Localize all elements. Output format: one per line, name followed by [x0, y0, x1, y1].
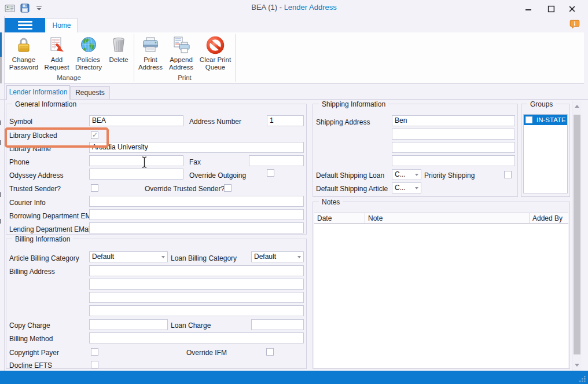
dropdown-value: Default	[254, 253, 276, 261]
docline-efts-label: Docline EFTS	[9, 361, 52, 370]
default-shipping-loan-dropdown[interactable]: C...	[392, 169, 421, 180]
vertical-scrollbar[interactable]	[572, 101, 582, 371]
loan-charge-field[interactable]	[251, 319, 304, 330]
ribbon-tab-home[interactable]: Home	[46, 18, 78, 33]
chevron-down-icon	[161, 256, 165, 258]
resize-grip-icon[interactable]	[578, 375, 586, 383]
trash-icon	[109, 36, 128, 54]
policies-directory-button[interactable]: Policies Directory	[72, 33, 105, 71]
prohibited-icon	[206, 36, 225, 54]
ribbon-group-print: Print Address Append Address	[136, 33, 233, 83]
shipping-address-line2-field[interactable]	[392, 129, 515, 140]
billing-address-line3-field[interactable]	[89, 292, 304, 303]
default-shipping-article-label: Default Shipping Article	[316, 185, 388, 193]
notes-column-added-by[interactable]: Added By	[530, 213, 568, 223]
maximize-button[interactable]	[545, 4, 557, 13]
loan-billing-category-label: Loan Billing Category	[171, 254, 237, 262]
minimize-icon	[525, 5, 532, 12]
group-item-label: IN-STATE	[536, 116, 566, 123]
tab-strip-line	[0, 99, 588, 100]
scroll-down-arrow-icon[interactable]	[575, 364, 579, 367]
article-billing-category-dropdown[interactable]: Default	[89, 251, 168, 262]
phone-field[interactable]	[89, 155, 183, 166]
notes-column-date[interactable]: Date	[314, 213, 365, 223]
docline-efts-checkbox[interactable]	[91, 361, 98, 368]
address-number-field[interactable]: 1	[267, 115, 304, 126]
help-bubble-icon[interactable]	[569, 19, 580, 30]
borrowing-email-label: Borrowing Department EMail	[9, 212, 98, 220]
qat-dropdown-arrow-icon[interactable]	[36, 6, 42, 11]
copyright-payer-checkbox[interactable]	[91, 348, 98, 356]
groupbox-caption: General Information	[12, 100, 79, 108]
add-request-button[interactable]: Add Request	[42, 33, 72, 71]
button-label: Clear Print Queue	[200, 56, 231, 71]
symbol-field[interactable]: BEA	[89, 115, 183, 126]
ribbon-group-manage: Change Password Add Request	[6, 33, 132, 83]
library-name-field[interactable]: Arcadia University	[89, 142, 304, 153]
clear-print-queue-button[interactable]: Clear Print Queue	[197, 33, 233, 71]
append-printer-icon	[172, 36, 190, 54]
background-window-artifact	[0, 57, 2, 83]
phone-label: Phone	[9, 158, 30, 166]
button-label: Print Address	[138, 56, 163, 71]
default-shipping-loan-label: Default Shipping Loan	[316, 171, 384, 180]
override-trusted-sender-label: Override Trusted Sender?	[145, 185, 225, 193]
groupbox-caption: Billing Information	[12, 235, 73, 243]
notes-table-body[interactable]	[314, 224, 568, 368]
close-button[interactable]	[565, 4, 578, 13]
shipping-address-label: Shipping Address	[316, 118, 370, 126]
override-outgoing-checkbox[interactable]	[267, 169, 274, 177]
copy-charge-field[interactable]	[89, 319, 168, 330]
copyright-payer-label: Copyright Payer	[9, 349, 59, 357]
trusted-sender-checkbox[interactable]	[91, 184, 98, 192]
shipping-address-line4-field[interactable]	[392, 155, 515, 166]
window-title: BEA (1) - Lender Address	[0, 0, 588, 16]
groups-listbox[interactable]: IN-STATE	[523, 114, 568, 193]
print-address-button[interactable]: Print Address	[136, 33, 165, 71]
change-password-button[interactable]: Change Password	[6, 33, 42, 71]
billing-method-label: Billing Method	[9, 335, 53, 343]
group-list-item-in-state[interactable]: IN-STATE	[524, 115, 567, 125]
scroll-up-arrow-icon[interactable]	[575, 105, 579, 108]
lender-address-window: BEA (1) - Lender Address Home	[0, 0, 588, 384]
billing-address-line1-field[interactable]	[89, 265, 304, 276]
billing-address-line4-field[interactable]	[89, 305, 304, 316]
loan-billing-category-dropdown[interactable]: Default	[251, 251, 304, 262]
shipping-address-line3-field[interactable]	[392, 142, 515, 153]
chevron-down-icon	[415, 174, 418, 176]
dropdown-value: C...	[395, 170, 406, 178]
append-address-button[interactable]: Append Address	[165, 33, 197, 71]
save-icon[interactable]	[20, 3, 30, 13]
priority-shipping-checkbox[interactable]	[504, 171, 512, 178]
override-trusted-sender-checkbox[interactable]	[224, 184, 231, 192]
ribbon-group-caption: Manage	[6, 74, 132, 83]
scrollbar-thumb[interactable]	[574, 115, 580, 354]
override-ifm-checkbox[interactable]	[266, 348, 274, 356]
minimize-button[interactable]	[522, 4, 535, 13]
maximize-icon	[547, 5, 555, 13]
group-item-checkbox[interactable]	[525, 116, 532, 123]
tab-lender-information[interactable]: Lender Information	[6, 85, 70, 100]
shipping-address-line1-field[interactable]: Ben	[392, 115, 515, 126]
symbol-label: Symbol	[9, 118, 32, 126]
loan-charge-label: Loan Charge	[171, 321, 211, 330]
ribbon-body: Change Password Add Request	[4, 32, 584, 84]
contact-card-icon[interactable]	[5, 3, 16, 14]
borrowing-email-field[interactable]	[89, 209, 304, 220]
button-label: Delete	[109, 56, 128, 64]
printer-icon	[141, 36, 160, 54]
odyssey-address-field[interactable]	[89, 169, 183, 180]
library-blocked-highlight	[5, 127, 109, 148]
billing-method-field[interactable]	[89, 332, 304, 343]
default-shipping-article-dropdown[interactable]: C...	[392, 182, 421, 193]
billing-address-line2-field[interactable]	[89, 279, 304, 290]
tab-requests[interactable]: Requests	[70, 86, 110, 99]
menu-button[interactable]	[5, 18, 45, 32]
lending-email-field[interactable]	[89, 222, 304, 233]
courier-info-field[interactable]	[89, 196, 304, 207]
fax-field[interactable]	[249, 155, 304, 166]
delete-button[interactable]: Delete	[105, 33, 132, 64]
notes-column-note[interactable]: Note	[365, 213, 530, 223]
copy-charge-label: Copy Charge	[9, 321, 50, 330]
ribbon-separator	[235, 34, 236, 82]
